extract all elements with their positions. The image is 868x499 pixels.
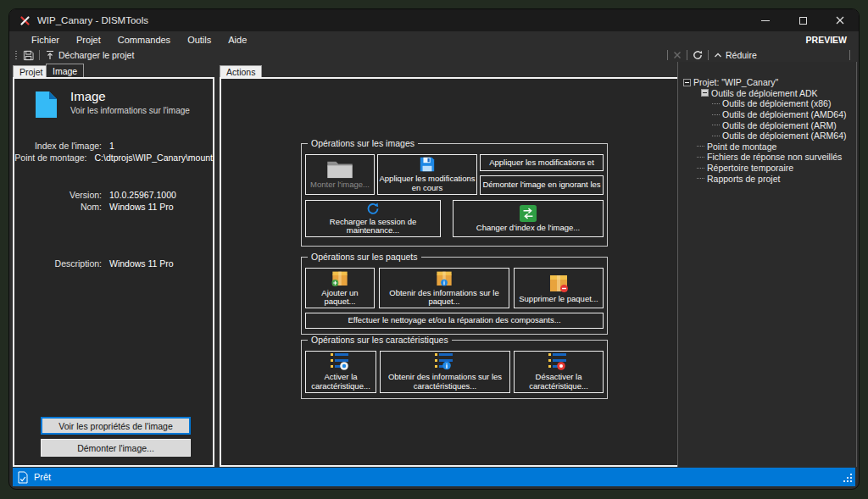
collapse-tree-button[interactable]: Réduire [714, 50, 757, 60]
package-remove-icon [548, 273, 570, 293]
minimize-icon [761, 20, 770, 21]
feature-info-icon [434, 352, 456, 371]
tree-connector [712, 136, 720, 136]
button-label: Changer d'index de l'image... [454, 224, 602, 233]
button-label: Obtenir des informations sur le paquet..… [381, 289, 508, 307]
collapse-box-icon[interactable] [683, 79, 691, 86]
get-feature-info-button[interactable]: Obtenir des informations sur les caracté… [380, 351, 510, 393]
maximize-icon [799, 17, 807, 25]
tree-item-label: Point de montage [707, 141, 776, 152]
disable-feature-button[interactable]: Désactiver la caractéristique... [514, 351, 604, 393]
close-tree-button[interactable] [673, 51, 682, 59]
group-package-operations: Opérations sur les paquets Ajouter un pa… [301, 257, 608, 335]
preview-badge: PREVIEW [806, 35, 847, 45]
resize-grip[interactable] [843, 474, 853, 485]
status-text: Prêt [34, 472, 51, 482]
remove-package-button[interactable]: Supprimer le paquet... [514, 268, 604, 308]
button-label: Appliquer les modifications en cours [379, 175, 476, 192]
tree-item-temp-directory[interactable]: Répertoire temporaire [678, 163, 856, 174]
tree-item-project-reports[interactable]: Rapports de projet [678, 173, 856, 184]
save-project-button[interactable] [23, 50, 34, 61]
apply-changes-and-button[interactable]: Appliquer les modifications et [480, 154, 604, 171]
menu-commandes[interactable]: Commandes [109, 35, 179, 45]
project-tree: Projet: "WIP_Canary" Outils de déploieme… [678, 62, 856, 184]
menu-bar: Fichier Projet Commandes Outils Aide PRE… [9, 31, 859, 48]
toolbar-separator [667, 50, 668, 60]
button-label: Ajouter un paquet... [307, 289, 373, 307]
tree-item-label: Fichiers de réponse non surveillés [707, 152, 842, 162]
get-package-info-button[interactable]: Obtenir des informations sur le paquet..… [379, 268, 509, 308]
reload-servicing-session-button[interactable]: Recharger la session de maintenance... [305, 200, 441, 237]
group-title: Opérations sur les paquets [308, 252, 421, 262]
window-title: WIP_Canary - DISMTools [37, 15, 148, 25]
image-panel-title: Image [70, 89, 106, 103]
sidebar-toolbar: Réduire [662, 48, 855, 62]
unload-project-label: Décharger le projet [58, 50, 134, 60]
tree-item-unattend-files[interactable]: Fichiers de réponse non surveillés [678, 152, 856, 163]
refresh-tree-button[interactable] [693, 50, 703, 60]
maximize-button[interactable] [784, 9, 821, 31]
tree-connector [697, 157, 704, 158]
field-value: C:\dtprojs\WIP_Canary\mount [95, 152, 213, 163]
tree-item-label: Outils de déploiement (AMD64) [722, 109, 846, 119]
mount-image-button[interactable]: Monter l'image... [305, 154, 375, 195]
toolbar-grip[interactable] [15, 51, 17, 60]
component-cleanup-button[interactable]: Effectuer le nettoyage et/ou la réparati… [305, 313, 604, 329]
menu-aide[interactable]: Aide [220, 35, 255, 45]
tree-item-deploy-arm[interactable]: Outils de déploiement (ARM) [678, 119, 856, 130]
image-panel-subtitle: Voir les informations sur l'image [70, 106, 190, 115]
tree-connector [712, 103, 720, 104]
tree-item-adk-tools[interactable]: Outils de déploiement ADK [678, 88, 856, 99]
unload-project-button[interactable]: Décharger le projet [45, 50, 134, 60]
tree-connector [712, 114, 720, 115]
apply-changes-button[interactable]: Appliquer les modifications en cours [377, 154, 477, 195]
menu-fichier[interactable]: Fichier [23, 35, 68, 45]
app-window: WIP_Canary - DISMTools Fichier Projet Co… [8, 8, 860, 490]
change-image-index-button[interactable]: Changer d'index de l'image... [453, 200, 604, 237]
menu-outils[interactable]: Outils [179, 35, 220, 45]
tab-actions[interactable]: Actions [220, 65, 262, 77]
unmount-image-button[interactable]: Démonter l'image... [41, 439, 191, 457]
tab-image[interactable]: Image [46, 64, 84, 77]
app-icon [19, 15, 31, 26]
tree-item-deploy-x86[interactable]: Outils de déploiement (x86) [678, 98, 856, 109]
field-label: Description: [14, 258, 102, 269]
tree-connector [697, 168, 704, 169]
menu-projet[interactable]: Projet [68, 35, 109, 45]
tree-item-label: Outils de déploiement (x86) [722, 98, 831, 108]
tree-connector [697, 178, 704, 179]
save-icon [23, 50, 34, 61]
actions-panel: Opérations sur les images Monter l'image… [220, 77, 683, 467]
unmount-discard-button[interactable]: Démonter l'image en ignorant les [480, 175, 604, 195]
view-image-properties-button[interactable]: Voir les propriétés de l'image [41, 417, 191, 435]
add-package-button[interactable]: Ajouter un paquet... [305, 268, 375, 308]
status-bar: Prêt [13, 468, 855, 486]
image-info-panel: Image Voir les informations sur l'image … [13, 77, 214, 467]
field-value: Windows 11 Pro [109, 258, 174, 269]
close-button[interactable] [821, 9, 859, 31]
group-image-operations: Opérations sur les images Monter l'image… [301, 143, 608, 247]
tree-item-project-root[interactable]: Projet: "WIP_Canary" [678, 77, 856, 88]
swap-index-icon [520, 205, 537, 222]
field-version: Version: 10.0.25967.1000 [14, 190, 213, 200]
tree-item-deploy-arm64[interactable]: Outils de déploiement (ARM64) [678, 130, 856, 141]
enable-feature-button[interactable]: Activer la caractéristique... [305, 351, 376, 393]
tab-projet[interactable]: Projet [13, 65, 49, 77]
document-icon [35, 91, 58, 122]
tree-item-deploy-amd64[interactable]: Outils de déploiement (AMD64) [678, 109, 856, 120]
group-title: Opérations sur les caractéristiques [308, 335, 452, 345]
tree-item-label: Répertoire temporaire [707, 163, 793, 173]
button-label: Obtenir des informations sur les caracté… [381, 373, 509, 391]
feature-enable-icon [330, 352, 352, 371]
chevron-up-icon [714, 52, 722, 58]
toolbar-separator [39, 50, 40, 60]
tree-item-label: Rapports de projet [707, 174, 780, 184]
collapse-tree-label: Réduire [726, 50, 757, 60]
toolbar-separator [708, 50, 709, 60]
field-value: 10.0.25967.1000 [109, 190, 176, 200]
tree-item-mount-point[interactable]: Point de montage [678, 141, 856, 152]
button-label: Effectuer le nettoyage et/ou la réparati… [307, 316, 602, 325]
desktop: WIP_Canary - DISMTools Fichier Projet Co… [0, 0, 868, 499]
collapse-box-icon[interactable] [701, 89, 709, 97]
minimize-button[interactable] [747, 9, 784, 31]
